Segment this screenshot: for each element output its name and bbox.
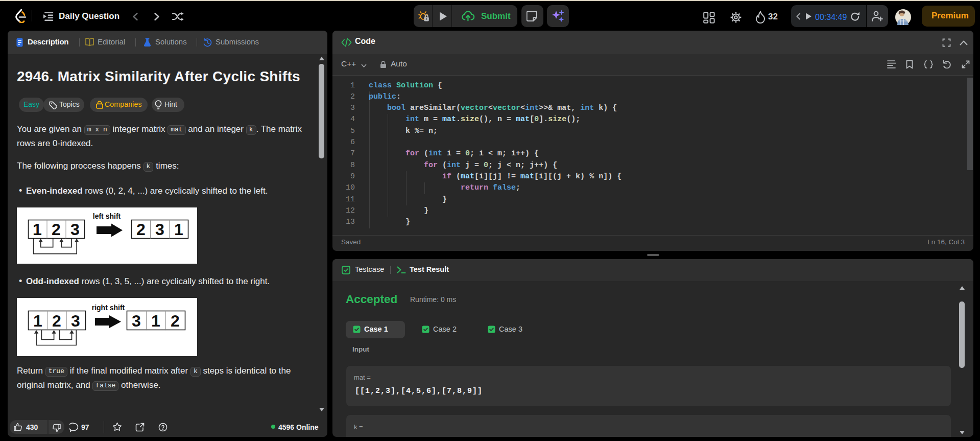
svg-text:3: 3 (70, 220, 80, 239)
svg-text:right shift: right shift (92, 304, 125, 312)
svg-text:3: 3 (155, 220, 164, 239)
svg-text:1: 1 (33, 220, 42, 239)
svg-text:1: 1 (174, 220, 183, 239)
svg-text:left shift: left shift (93, 212, 121, 220)
svg-text:2: 2 (171, 312, 180, 330)
svg-text:1: 1 (151, 312, 160, 330)
svg-text:2: 2 (136, 220, 146, 239)
svg-text:2: 2 (52, 220, 61, 239)
svg-text:1: 1 (33, 312, 42, 330)
svg-text:3: 3 (132, 312, 141, 330)
svg-text:3: 3 (71, 312, 80, 330)
svg-text:2: 2 (52, 312, 61, 330)
